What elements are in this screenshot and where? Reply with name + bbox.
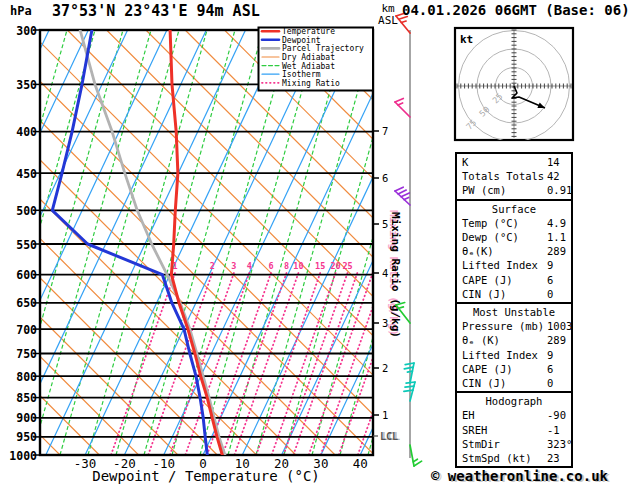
mixing-ratio-label: 4	[247, 261, 252, 271]
stats-label: K	[462, 156, 468, 168]
pressure-tick-label: 450	[16, 167, 37, 181]
footer-credit: © weatheronline.co.uk	[431, 468, 608, 484]
temp-tick-label: 40	[353, 456, 368, 471]
stats-value: 6	[547, 273, 553, 287]
stats-row: Dewp (°C)1.1	[457, 230, 571, 244]
stats-label: StmDir	[462, 438, 500, 450]
stats-label: EH	[462, 409, 475, 421]
stats-label: Temp (°C)	[462, 217, 519, 229]
stats-label: θₑ(K)	[462, 245, 494, 257]
mixing-ratio-label: 15	[315, 261, 325, 271]
stats-row: CIN (J)0	[457, 287, 571, 301]
lcl-label: LCL	[380, 431, 398, 442]
pressure-tick-label: 550	[16, 238, 37, 252]
stats-label: Pressure (mb)	[462, 320, 544, 332]
stats-row: StmDir323°	[457, 437, 571, 451]
stats-group: Most UnstablePressure (mb)1003θₑ (K)289L…	[455, 302, 573, 393]
stats-row: StmSpd (kt)23	[457, 451, 571, 465]
page-title: 37°53'N 23°43'E 94m ASL	[52, 2, 260, 20]
mixing-ratio-axis-label: Mixing Ratio (g/kg)	[389, 212, 402, 338]
altitude-tick-label: 7	[382, 125, 388, 137]
stats-row: EH-90	[457, 408, 571, 422]
stats-value: 6	[547, 362, 553, 376]
legend-label: Mixing Ratio	[282, 79, 340, 88]
stats-value: 4.9	[547, 216, 566, 230]
x-axis-title: Dewpoint / Temperature (°C)	[92, 468, 320, 484]
stats-label: Totals Totals	[462, 170, 544, 182]
stats-value: 289	[547, 333, 566, 347]
mixing-ratio-label: 3	[231, 261, 236, 271]
stats-value: 1003	[547, 319, 572, 333]
legend: TemperatureDewpointParcel TrajectoryDry …	[259, 27, 374, 90]
stats-label: Lifted Index	[462, 259, 538, 271]
stats-label: θₑ (K)	[462, 334, 500, 346]
stats-label: CAPE (J)	[462, 274, 513, 286]
pressure-tick-label: 350	[16, 78, 37, 92]
stats-value: -90	[547, 408, 566, 422]
skewt-page: 1234681015202530035040045050055060065070…	[0, 0, 629, 486]
mixing-ratio-label: 20	[330, 261, 340, 271]
stats-row: CAPE (J)6	[457, 273, 571, 287]
stats-row: PW (cm)0.91	[457, 183, 571, 197]
stats-group: HodographEH-90SREH-1StmDir323°StmSpd (kt…	[455, 391, 573, 468]
stats-group: K14Totals Totals42PW (cm)0.91	[455, 152, 573, 201]
stats-row: Totals Totals42	[457, 169, 571, 183]
stats-row: Pressure (mb)1003	[457, 319, 571, 333]
stats-label: StmSpd (kt)	[462, 452, 532, 464]
stats-value: 323°	[547, 437, 572, 451]
mixing-ratio-label: 6	[268, 261, 273, 271]
pressure-tick-label: 500	[16, 204, 37, 218]
pressure-tick-label: 900	[16, 411, 37, 425]
stats-row: Lifted Index9	[457, 258, 571, 272]
stats-value: 42	[547, 169, 560, 183]
mixing-ratio-label: 25	[342, 261, 352, 271]
stats-group-header: Most Unstable	[457, 305, 571, 319]
stats-value: 0	[547, 287, 553, 301]
stats-value: 14	[547, 155, 560, 169]
mixing-ratio-label: 2	[210, 261, 215, 271]
altitude-tick-label: 6	[382, 172, 388, 184]
stats-value: 23	[547, 451, 560, 465]
stats-row: K14	[457, 155, 571, 169]
stats-label: Dewp (°C)	[462, 231, 519, 243]
date-label: 04.01.2026 06GMT (Base: 06)	[402, 2, 629, 18]
stats-row: Lifted Index9	[457, 348, 571, 362]
stats-value: 1.1	[547, 230, 566, 244]
pressure-tick-label: 750	[16, 347, 37, 361]
stats-row: Temp (°C)4.9	[457, 216, 571, 230]
stats-label: CIN (J)	[462, 377, 506, 389]
pressure-tick-label: 400	[16, 125, 37, 139]
pressure-tick-label: 600	[16, 268, 37, 282]
pressure-tick-label: 950	[16, 430, 37, 444]
pressure-axis-unit: hPa	[10, 4, 32, 18]
altitude-unit-asl: ASL	[372, 15, 404, 27]
hodograph: 255075kt	[455, 28, 573, 142]
stats-row: CAPE (J)6	[457, 362, 571, 376]
mixing-ratio-label: 8	[284, 261, 289, 271]
stats-label: Lifted Index	[462, 349, 538, 361]
hodograph-unit-label: kt	[460, 33, 473, 46]
pressure-tick-label: 850	[16, 391, 37, 405]
stats-label: CIN (J)	[462, 288, 506, 300]
stats-value: 0	[547, 376, 553, 390]
stats-value: 9	[547, 348, 553, 362]
stats-row: SREH-1	[457, 423, 571, 437]
altitude-tick-label: 1	[382, 409, 388, 421]
altitude-tick-label: 2	[382, 362, 388, 374]
pressure-tick-label: 1000	[9, 449, 37, 463]
stats-group-header: Surface	[457, 202, 571, 216]
stats-row: θₑ(K)289	[457, 244, 571, 258]
stats-row: θₑ (K)289	[457, 333, 571, 347]
mixing-ratio-label: 10	[293, 261, 303, 271]
pressure-tick-label: 300	[16, 24, 37, 38]
stats-label: SREH	[462, 424, 487, 436]
stats-group-header: Hodograph	[457, 394, 571, 408]
stats-row: CIN (J)0	[457, 376, 571, 390]
stats-value: 9	[547, 258, 553, 272]
stats-group: SurfaceTemp (°C)4.9Dewp (°C)1.1θₑ(K)289L…	[455, 199, 573, 304]
pressure-tick-label: 650	[16, 296, 37, 310]
pressure-tick-label: 700	[16, 323, 37, 337]
stats-value: 289	[547, 244, 566, 258]
stats-value: -1	[547, 423, 560, 437]
stats-label: PW (cm)	[462, 184, 506, 196]
